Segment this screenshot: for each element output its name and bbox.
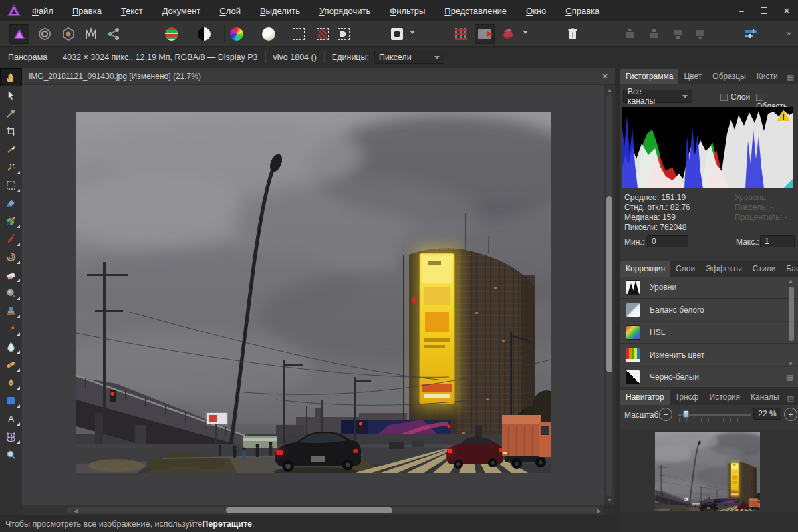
tab-adjustment[interactable]: Коррекция bbox=[620, 261, 670, 277]
tab-navigator[interactable]: Навигатор bbox=[620, 390, 670, 405]
units-dropdown[interactable]: Пиксели bbox=[374, 51, 444, 64]
zoom-slider-thumb[interactable] bbox=[683, 410, 689, 418]
blur-tool[interactable] bbox=[0, 284, 22, 302]
pixel-grid-toggle[interactable] bbox=[451, 24, 471, 44]
min-input[interactable]: 0 bbox=[647, 235, 688, 247]
navigator-thumbnail[interactable] bbox=[655, 432, 760, 511]
intersect-selection-button[interactable] bbox=[334, 24, 354, 44]
window-minimize-button[interactable]: – bbox=[730, 0, 753, 21]
menu-filters[interactable]: Фильтры bbox=[388, 5, 426, 17]
menu-view[interactable]: Представление bbox=[443, 5, 508, 17]
menu-help[interactable]: Справка bbox=[564, 5, 600, 17]
auto-colour-button[interactable] bbox=[227, 24, 247, 44]
tab-effects[interactable]: Эффекты bbox=[700, 261, 747, 277]
adjustment-white-balance[interactable]: Баланс белого bbox=[620, 299, 798, 321]
toolbar-overflow-button[interactable]: » bbox=[786, 28, 791, 38]
auto-white-balance-button[interactable] bbox=[259, 24, 279, 44]
panel-menu-icon[interactable]: ▤ bbox=[787, 394, 794, 402]
soften-tool[interactable] bbox=[0, 338, 22, 356]
adjustment-black-white[interactable]: Черно-белый bbox=[620, 367, 798, 388]
delete-button[interactable] bbox=[563, 24, 583, 44]
assistant-dropdown[interactable] bbox=[523, 31, 528, 34]
move-tool[interactable] bbox=[0, 86, 22, 104]
export-persona-button[interactable] bbox=[104, 24, 124, 44]
overlay-paint-tool[interactable] bbox=[0, 230, 22, 248]
marquee-tool[interactable] bbox=[0, 176, 22, 194]
quick-mask-dropdown[interactable] bbox=[410, 31, 415, 34]
photo-persona-button[interactable] bbox=[9, 24, 29, 44]
menu-document[interactable]: Документ bbox=[161, 5, 202, 17]
view-tool[interactable] bbox=[0, 68, 22, 86]
scroll-down-icon[interactable]: ▼ bbox=[607, 497, 612, 503]
panel-divider[interactable] bbox=[615, 68, 620, 532]
develop-persona-button[interactable] bbox=[59, 24, 78, 44]
zoom-value-field[interactable]: 22 % bbox=[753, 408, 781, 420]
tab-stock[interactable]: Банк bbox=[781, 261, 798, 277]
menu-select[interactable]: Выделить bbox=[259, 5, 301, 17]
paint-brush-tool[interactable] bbox=[0, 212, 22, 230]
crop-tool[interactable] bbox=[0, 122, 22, 140]
menu-file[interactable]: Файл bbox=[31, 5, 55, 17]
tab-brushes[interactable]: Кисти bbox=[751, 69, 783, 84]
tab-styles[interactable]: Стили bbox=[747, 261, 781, 277]
histogram-chart[interactable]: ! bbox=[622, 107, 793, 188]
smudge-tool[interactable] bbox=[0, 248, 22, 266]
assistant-button[interactable] bbox=[499, 24, 519, 44]
shape-tool[interactable] bbox=[0, 392, 22, 410]
auto-contrast-button[interactable] bbox=[194, 24, 214, 44]
menu-text[interactable]: Текст bbox=[120, 5, 144, 17]
layer-checkbox[interactable]: Слой bbox=[720, 92, 750, 102]
channels-dropdown[interactable]: Все каналы bbox=[623, 90, 692, 103]
tab-transform[interactable]: Трнсф bbox=[670, 390, 704, 405]
adjustments-scroll-up-icon[interactable]: ▲ bbox=[788, 278, 793, 284]
tab-histogram[interactable]: Гистограмма bbox=[620, 69, 678, 84]
subtract-selection-button[interactable] bbox=[313, 24, 332, 44]
tab-swatches[interactable]: Образцы bbox=[707, 69, 751, 84]
snapping-toggle[interactable] bbox=[475, 24, 495, 44]
auto-levels-button[interactable] bbox=[162, 24, 182, 44]
max-input[interactable]: 1 bbox=[760, 235, 795, 247]
healing-tool[interactable] bbox=[0, 356, 22, 374]
tab-colour[interactable]: Цвет bbox=[678, 69, 707, 84]
vertical-scroll-thumb[interactable] bbox=[606, 196, 612, 372]
adjustments-scroll-thumb[interactable] bbox=[789, 287, 794, 341]
tone-mapping-persona-button[interactable] bbox=[81, 24, 101, 44]
zoom-in-button[interactable]: + bbox=[784, 408, 797, 421]
horizontal-scroll-thumb[interactable] bbox=[226, 507, 392, 513]
adjustment-levels[interactable]: Уровни bbox=[620, 277, 798, 299]
canvas-area[interactable] bbox=[22, 85, 604, 505]
selection-brush-tool[interactable] bbox=[0, 140, 22, 158]
panel-menu-icon[interactable]: ▤ bbox=[787, 73, 794, 82]
scroll-right-icon[interactable]: ▶ bbox=[597, 508, 601, 514]
window-maximize-button[interactable] bbox=[753, 0, 775, 21]
pen-tool[interactable] bbox=[0, 374, 22, 392]
dodge-burn-tool[interactable] bbox=[0, 320, 22, 338]
new-selection-button[interactable] bbox=[289, 24, 309, 44]
liquify-persona-button[interactable] bbox=[35, 24, 55, 44]
adjustment-hsl[interactable]: HSL bbox=[620, 322, 798, 344]
insert-behaviour-button[interactable] bbox=[741, 24, 761, 44]
scroll-left-icon[interactable]: ◀ bbox=[74, 508, 78, 514]
clone-tool[interactable] bbox=[0, 302, 22, 320]
colour-picker-tool[interactable] bbox=[0, 104, 22, 122]
flood-select-tool[interactable] bbox=[0, 158, 22, 176]
quick-mask-button[interactable] bbox=[387, 24, 407, 44]
zoom-tool[interactable] bbox=[0, 446, 22, 464]
adjustments-panel-menu-icon[interactable]: ▤ bbox=[786, 373, 793, 382]
menu-arrange[interactable]: Упорядочить bbox=[318, 5, 372, 17]
menu-layer[interactable]: Слой bbox=[218, 5, 242, 17]
erase-tool[interactable] bbox=[0, 266, 22, 284]
menu-edit[interactable]: Правка bbox=[71, 5, 103, 17]
menu-window[interactable]: Окно bbox=[525, 5, 547, 17]
adjustments-scroll-down-icon[interactable]: ▼ bbox=[788, 361, 793, 367]
adjustment-recolour[interactable]: Изменить цвет bbox=[620, 344, 798, 366]
tab-layers[interactable]: Слои bbox=[670, 261, 700, 277]
document-tab[interactable]: IMG_20181121_091430.jpg [Изменено] (21.7… bbox=[22, 68, 615, 85]
zoom-out-button[interactable]: − bbox=[659, 408, 672, 421]
scroll-up-icon[interactable]: ▲ bbox=[607, 87, 612, 93]
mesh-warp-tool[interactable] bbox=[0, 428, 22, 446]
text-tool[interactable]: A bbox=[0, 410, 22, 428]
tab-history[interactable]: История bbox=[704, 390, 746, 405]
document-tab-close-icon[interactable]: ✕ bbox=[602, 72, 608, 81]
tab-channels[interactable]: Каналы bbox=[745, 390, 785, 405]
